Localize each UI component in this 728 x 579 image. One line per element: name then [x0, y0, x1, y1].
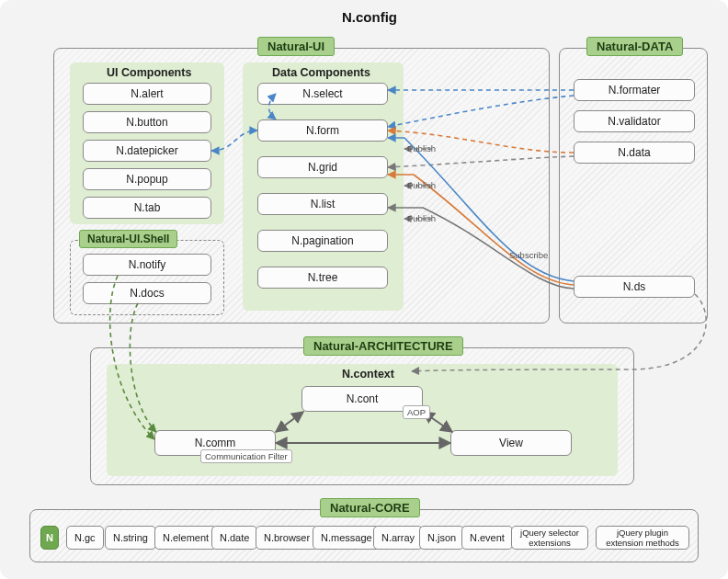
ui-item-button: N.button: [83, 111, 211, 133]
natural-arch-tag: Natural-ARCHITECTURE: [303, 336, 463, 356]
arch-aop-chip: AOP: [403, 405, 430, 419]
core-ext1: jQuery selector extensions: [511, 526, 588, 550]
core-n-badge: N: [40, 526, 59, 550]
core-event: N.event: [461, 526, 513, 550]
data-item-pagination: N.pagination: [257, 230, 388, 252]
data-panel-data: N.data: [574, 142, 695, 164]
label-publish-2: Publish: [407, 180, 436, 190]
core-gc: N.gc: [66, 526, 104, 550]
data-item-grid: N.grid: [257, 156, 388, 178]
core-string: N.string: [105, 526, 156, 550]
shell-item-docs: N.docs: [83, 282, 211, 304]
label-subscribe: Subscribe: [509, 250, 548, 260]
data-item-form: N.form: [257, 119, 388, 142]
data-panel-formater: N.formater: [574, 79, 695, 101]
ui-item-tab: N.tab: [83, 197, 211, 219]
shell-tag: Natural-UI.Shell: [79, 230, 177, 248]
label-publish-1: Publish: [407, 143, 436, 153]
natural-core-tag: Natural-CORE: [320, 498, 420, 517]
ui-item-alert: N.alert: [83, 83, 211, 105]
ui-item-datepicker: N.datepicker: [83, 140, 211, 162]
natural-data-tag: Natural-DATA: [586, 37, 683, 56]
ui-components-title: UI Components: [107, 66, 191, 79]
data-item-tree: N.tree: [257, 267, 388, 289]
core-date: N.date: [211, 526, 257, 550]
label-publish-3: Publish: [407, 213, 436, 223]
config-title: N.config: [342, 9, 397, 25]
arch-view: View: [450, 430, 572, 456]
arch-context-title: N.context: [342, 368, 394, 380]
data-components-title: Data Components: [272, 66, 370, 79]
data-panel-ds: N.ds: [574, 276, 695, 298]
natural-ui-tag: Natural-UI: [257, 37, 335, 56]
core-json: N.json: [419, 526, 464, 550]
core-array: N.array: [373, 526, 423, 550]
core-element: N.element: [154, 526, 217, 550]
core-browser: N.browser: [256, 526, 318, 550]
core-ext2: jQuery plugin extension methods: [596, 526, 689, 550]
ui-item-popup: N.popup: [83, 168, 211, 190]
arch-filter-chip: Communication Filter: [200, 449, 292, 463]
core-message: N.message: [313, 526, 381, 550]
shell-item-notify: N.notify: [83, 254, 211, 276]
data-item-select: N.select: [257, 83, 388, 105]
diagram-stage: N.config Natural-UI Natural-DATA UI Comp…: [0, 0, 728, 579]
data-item-list: N.list: [257, 193, 388, 215]
arch-green: [107, 364, 618, 476]
data-panel-validator: N.validator: [574, 110, 695, 132]
